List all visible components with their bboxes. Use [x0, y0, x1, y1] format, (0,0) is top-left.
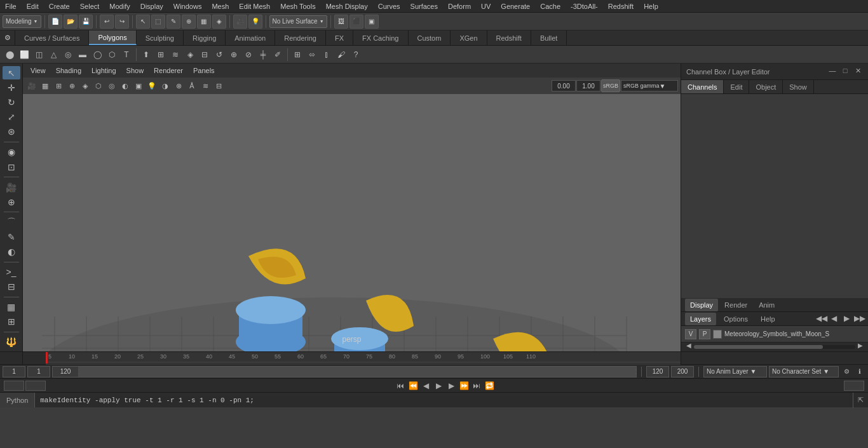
- tab-bullet[interactable]: Bullet: [531, 31, 567, 45]
- extrude-icon[interactable]: ⬆: [139, 48, 153, 62]
- tab-channels[interactable]: Channels: [681, 80, 724, 93]
- rotate-btn[interactable]: ↻: [3, 95, 20, 109]
- tab-edit[interactable]: Edit: [724, 80, 749, 93]
- char-set-dropdown[interactable]: No Character Set ▼: [769, 366, 839, 377]
- vp-menu-show[interactable]: Show: [123, 66, 148, 75]
- menu-mesh-display[interactable]: Mesh Display: [321, 1, 373, 11]
- bb-settings-btn[interactable]: ⚙: [841, 366, 852, 377]
- question-icon[interactable]: ?: [349, 48, 363, 62]
- menu-help[interactable]: Help: [639, 1, 663, 11]
- live-surface-dropdown[interactable]: No Live Surface ▼: [269, 15, 327, 28]
- sculpt-icon[interactable]: ✐: [271, 48, 285, 62]
- tab-redshift[interactable]: Redshift: [487, 31, 531, 45]
- scroll-thumb[interactable]: [694, 345, 823, 349]
- vp-shadow-btn[interactable]: ◑: [159, 79, 172, 92]
- menu-deform[interactable]: Deform: [443, 1, 476, 11]
- pb-start-frame[interactable]: 1: [4, 381, 24, 391]
- cube-icon[interactable]: ⬜: [17, 48, 31, 62]
- vp-texture-btn[interactable]: ▣: [132, 79, 145, 92]
- mirror-icon[interactable]: ⫿: [320, 48, 334, 62]
- pb-go-start-btn[interactable]: ⏮: [395, 380, 406, 391]
- vp-xray-btn[interactable]: ◐: [119, 79, 132, 92]
- menu-surfaces[interactable]: Surfaces: [405, 1, 443, 11]
- layer-visibility-btn[interactable]: V: [685, 329, 696, 339]
- scroll-left-btn[interactable]: ◀: [684, 342, 694, 352]
- save-file-btn[interactable]: 💾: [79, 15, 93, 29]
- vp-ao-btn[interactable]: ⊗: [172, 79, 185, 92]
- vp-iso-btn[interactable]: ◈: [79, 79, 92, 92]
- vp-gamma-input[interactable]: [576, 80, 600, 92]
- render3-btn[interactable]: ▣: [365, 15, 379, 29]
- move-btn[interactable]: ✛: [3, 81, 20, 94]
- frame-input2[interactable]: [27, 366, 50, 377]
- paint-skin-icon[interactable]: 🖌: [334, 48, 348, 62]
- vp-gamma-dropdown[interactable]: sRGB gamma ▼: [621, 80, 678, 92]
- render2-btn[interactable]: ⬛: [349, 15, 363, 29]
- universal-manip-btn[interactable]: ⊛: [3, 125, 20, 139]
- timeline[interactable]: 5 10 15 20 25 30 35 40 45 50 55 60 65 70…: [0, 351, 868, 364]
- render-tab[interactable]: Render: [719, 299, 752, 311]
- vp-snap-btn[interactable]: ⊕: [65, 79, 78, 92]
- smooth-icon[interactable]: ≋: [168, 48, 182, 62]
- platonic-icon[interactable]: ⬡: [105, 48, 119, 62]
- select-mode-btn[interactable]: ↖: [3, 66, 20, 79]
- pb-prev-frame-btn[interactable]: ◀: [420, 380, 431, 391]
- tab-curves-surfaces[interactable]: Curves / Surfaces: [15, 31, 89, 45]
- grid-view-btn[interactable]: ▦: [3, 301, 20, 314]
- layers-tab[interactable]: Layers: [685, 313, 716, 325]
- text-icon[interactable]: T: [119, 48, 133, 62]
- select-tool-btn[interactable]: ↖: [136, 15, 150, 29]
- offset-icon[interactable]: ⊘: [241, 48, 255, 62]
- menu-curves[interactable]: Curves: [373, 1, 405, 11]
- tab-polygons[interactable]: Polygons: [89, 31, 136, 45]
- menu-mesh-tools[interactable]: Mesh Tools: [275, 1, 320, 11]
- tab-custom[interactable]: Custom: [409, 31, 451, 45]
- torus-icon[interactable]: ◎: [61, 48, 75, 62]
- lasso-select-btn[interactable]: ⊡: [3, 160, 20, 173]
- menu-3dtall[interactable]: -3DtoAll-: [566, 1, 603, 11]
- tab-animation[interactable]: Animation: [226, 31, 275, 45]
- workspace-dropdown[interactable]: Modeling ▼: [3, 15, 41, 28]
- tab-show[interactable]: Show: [783, 80, 814, 93]
- vp-menu-lighting[interactable]: Lighting: [88, 66, 120, 75]
- pb-prev-key-btn[interactable]: ⏪: [407, 380, 419, 391]
- mel-script-btn[interactable]: >_: [3, 265, 20, 278]
- layer-next-btn[interactable]: ▶: [841, 314, 851, 324]
- paint-btn[interactable]: ✎: [166, 15, 180, 29]
- tab-settings-btn[interactable]: ⚙: [0, 31, 15, 45]
- options-tab[interactable]: Options: [719, 313, 753, 325]
- anim-tab[interactable]: Anim: [754, 299, 780, 311]
- light-btn[interactable]: 💡: [248, 15, 262, 29]
- pb-loop-btn[interactable]: 🔁: [484, 380, 495, 391]
- sculpt-geom-btn[interactable]: ◐: [3, 245, 20, 258]
- cone-icon[interactable]: △: [46, 48, 60, 62]
- vp-hud-btn[interactable]: ⊟: [212, 79, 225, 92]
- vp-menu-renderer[interactable]: Renderer: [150, 66, 187, 75]
- layer-color-swatch[interactable]: [713, 330, 722, 339]
- disc-icon[interactable]: ◯: [90, 48, 104, 62]
- bridge-icon[interactable]: ⊟: [198, 48, 212, 62]
- camera-tool-btn[interactable]: 🎥: [3, 180, 20, 194]
- soft-select-btn[interactable]: ◉: [3, 146, 20, 159]
- vp-menu-view[interactable]: View: [27, 66, 50, 75]
- uv-icon[interactable]: ⊞: [290, 48, 304, 62]
- render-btn[interactable]: 🖼: [334, 15, 348, 29]
- new-file-btn[interactable]: 📄: [48, 15, 62, 29]
- vp-grid-btn[interactable]: ⊞: [52, 79, 65, 92]
- menu-redshift[interactable]: Redshift: [603, 1, 639, 11]
- pb-end-frame[interactable]: 120: [844, 381, 864, 391]
- display-tab[interactable]: Display: [685, 299, 718, 311]
- cb-minimize-btn[interactable]: —: [827, 67, 837, 77]
- pb-current-frame[interactable]: 1: [25, 381, 46, 391]
- cb-maximize-btn[interactable]: □: [840, 67, 850, 77]
- vp-menu-shading[interactable]: Shading: [52, 66, 85, 75]
- loop-icon[interactable]: ↺: [212, 48, 226, 62]
- combine-icon[interactable]: ⊞: [154, 48, 168, 62]
- vp-light-btn[interactable]: 💡: [146, 79, 158, 92]
- scroll-track[interactable]: [694, 345, 855, 349]
- tab-fx[interactable]: FX: [326, 31, 353, 45]
- redo-btn[interactable]: ↪: [115, 15, 129, 29]
- paint-effects-btn[interactable]: ✎: [3, 230, 20, 243]
- snap-btn[interactable]: ⊕: [182, 15, 196, 29]
- viewport[interactable]: View Shading Lighting Show Renderer Pane…: [23, 64, 681, 351]
